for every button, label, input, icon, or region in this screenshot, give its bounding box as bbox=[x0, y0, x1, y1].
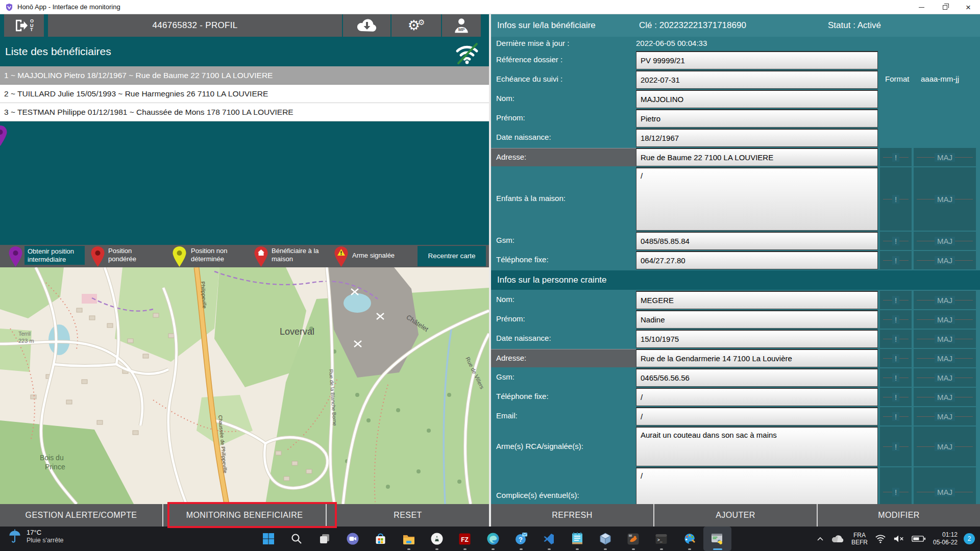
b-enfants-row: Enfants à la maison: / ! MAJ bbox=[491, 167, 980, 231]
b-gsm-alert-button[interactable]: ! bbox=[880, 232, 912, 250]
f-nom-input[interactable] bbox=[636, 291, 878, 309]
clock-widget[interactable]: 01:12 05-06-22 bbox=[933, 531, 958, 546]
close-button[interactable]: × bbox=[957, 0, 980, 14]
ajouter-button[interactable]: AJOUTER bbox=[654, 504, 817, 527]
edge-button[interactable] bbox=[479, 527, 507, 551]
b-enfants-alert-button[interactable]: ! bbox=[880, 167, 912, 231]
list-item-3[interactable]: 3 ~ TESTMAN Philippe 01/12/1981 ~ Chauss… bbox=[0, 103, 489, 121]
notepad-button[interactable] bbox=[563, 527, 591, 551]
echeance-input[interactable] bbox=[636, 70, 878, 89]
network-button[interactable] bbox=[875, 534, 886, 543]
file-explorer-button[interactable] bbox=[395, 527, 423, 551]
alert-bang-label: ! bbox=[892, 315, 899, 324]
f-email-alert-button[interactable]: ! bbox=[880, 407, 912, 425]
settings-button[interactable]: ⚙ ⚙ bbox=[391, 14, 441, 37]
f-nom-maj-button[interactable]: MAJ bbox=[914, 291, 976, 309]
f-email-input[interactable] bbox=[636, 407, 878, 425]
gestion-alerte-compte-button[interactable]: GESTION ALERTE/COMPTE bbox=[0, 504, 162, 527]
b-prenom-input[interactable] bbox=[636, 109, 878, 128]
get-help-button[interactable]: ? bbox=[507, 527, 535, 551]
alert-bang-label: ! bbox=[892, 256, 899, 265]
alert-bang-label: ! bbox=[892, 153, 899, 162]
f-complice-textarea[interactable]: / bbox=[636, 467, 878, 504]
notification-badge[interactable]: 2 bbox=[964, 533, 975, 544]
battery-button[interactable] bbox=[912, 535, 926, 543]
f-fixe-maj-button[interactable]: MAJ bbox=[914, 388, 976, 406]
filezilla-button[interactable]: FZ bbox=[451, 527, 479, 551]
chat-button[interactable] bbox=[338, 527, 366, 551]
language-indicator[interactable]: FRA BEFR bbox=[851, 532, 868, 546]
f-adresse-maj-button[interactable]: MAJ bbox=[914, 349, 976, 367]
python-window-button[interactable] bbox=[703, 527, 731, 551]
volume-button[interactable] bbox=[893, 534, 904, 543]
f-naissance-maj-button[interactable]: MAJ bbox=[914, 330, 976, 348]
f-nom-alert-button[interactable]: ! bbox=[880, 291, 912, 309]
map-view[interactable]: Terril 223 m Loverval Châtelet Rue de Vi… bbox=[0, 267, 489, 504]
b-gsm-maj-button[interactable]: MAJ bbox=[914, 232, 976, 250]
b-enfants-maj-button[interactable]: MAJ bbox=[914, 167, 976, 231]
minimize-button[interactable] bbox=[910, 0, 933, 14]
f-adresse-alert-button[interactable]: ! bbox=[880, 349, 912, 367]
f-email-maj-button[interactable]: MAJ bbox=[914, 407, 976, 425]
f-arme-alert-button[interactable]: ! bbox=[880, 427, 912, 466]
f-gsm-alert-button[interactable]: ! bbox=[880, 368, 912, 387]
f-prenom-input[interactable] bbox=[636, 310, 878, 329]
monitoring-beneficiaire-button[interactable]: MONITORING BENEFICIAIRE bbox=[163, 504, 326, 527]
python64-button[interactable]: 64 bbox=[619, 527, 647, 551]
b-adresse-input[interactable] bbox=[636, 148, 878, 166]
right-button-bar: REFRESH AJOUTER MODIFIER bbox=[491, 504, 980, 527]
f-arme-textarea[interactable]: Aurait un couteau dans son sac à mains bbox=[636, 427, 878, 466]
f-fixe-alert-button[interactable]: ! bbox=[880, 388, 912, 406]
start-button[interactable] bbox=[254, 527, 282, 551]
b-gsm-input[interactable] bbox=[636, 232, 878, 250]
reset-button[interactable]: RESET bbox=[327, 504, 489, 527]
b-nom-input[interactable] bbox=[636, 90, 878, 108]
f-adresse-input[interactable] bbox=[636, 349, 878, 367]
restore-button[interactable] bbox=[933, 0, 957, 14]
f-gsm-input[interactable] bbox=[636, 368, 878, 387]
legend-obtain-position-button[interactable]: Obtenir position intermédiaire bbox=[24, 246, 85, 265]
f-complice-maj-button[interactable]: MAJ bbox=[914, 467, 976, 504]
f-gsm-label: Gsm: bbox=[491, 368, 636, 387]
b-naissance-row: Date naissance: bbox=[491, 129, 980, 147]
b-adresse-alert-button[interactable]: ! bbox=[880, 148, 912, 166]
f-naissance-alert-button[interactable]: ! bbox=[880, 330, 912, 348]
vscode-button[interactable] bbox=[535, 527, 563, 551]
left-button-bar: GESTION ALERTE/COMPTE MONITORING BENEFIC… bbox=[0, 504, 489, 527]
modifier-button[interactable]: MODIFIER bbox=[818, 504, 980, 527]
weather-widget[interactable]: 17°C Pluie s'arrête bbox=[8, 529, 64, 545]
logout-button[interactable]: OUT bbox=[4, 14, 44, 37]
search-button[interactable] bbox=[282, 527, 310, 551]
b-fixe-input[interactable] bbox=[636, 251, 878, 269]
stray-purple-pin-icon bbox=[0, 126, 7, 146]
b-naissance-input[interactable] bbox=[636, 129, 878, 147]
b-adresse-maj-button[interactable]: MAJ bbox=[914, 148, 976, 166]
b-fixe-alert-button[interactable]: ! bbox=[880, 251, 912, 269]
f-fixe-input[interactable] bbox=[636, 388, 878, 406]
f-naissance-input[interactable] bbox=[636, 330, 878, 348]
b-enfants-textarea[interactable]: / bbox=[636, 167, 878, 231]
android-app-button[interactable] bbox=[423, 527, 451, 551]
refresh-button[interactable]: REFRESH bbox=[491, 504, 653, 527]
f-gsm-maj-button[interactable]: MAJ bbox=[914, 368, 976, 387]
store-button[interactable] bbox=[366, 527, 395, 551]
f-arme-maj-button[interactable]: MAJ bbox=[914, 427, 976, 466]
reference-input[interactable] bbox=[636, 51, 878, 69]
f-prenom-alert-button[interactable]: ! bbox=[880, 310, 912, 329]
user-mp-button[interactable]: MP bbox=[442, 14, 481, 37]
b-adresse-label: Adresse: bbox=[491, 148, 636, 166]
list-item-1[interactable]: 1 ~ MAJJOLINO Pietro 18/12/1967 ~ Rue de… bbox=[0, 66, 489, 85]
terminal-button[interactable]: >_ bbox=[647, 527, 675, 551]
f-prenom-maj-button[interactable]: MAJ bbox=[914, 310, 976, 329]
tray-overflow-button[interactable] bbox=[817, 536, 824, 541]
task-view-button[interactable] bbox=[310, 527, 338, 551]
virtualbox-button[interactable] bbox=[591, 527, 619, 551]
list-item-2[interactable]: 2 ~ TUILLARD Julie 15/05/1993 ~ Rue Harm… bbox=[0, 85, 489, 103]
f-complice-alert-button[interactable]: ! bbox=[880, 467, 912, 504]
paint-button[interactable] bbox=[675, 527, 703, 551]
b-fixe-maj-button[interactable]: MAJ bbox=[914, 251, 976, 269]
download-button[interactable] bbox=[343, 14, 390, 37]
onedrive-button[interactable] bbox=[831, 534, 844, 543]
recenter-map-button[interactable]: Recentrer carte bbox=[418, 246, 486, 266]
legend-obtain-position-label: Obtenir position intermédiaire bbox=[28, 247, 74, 263]
